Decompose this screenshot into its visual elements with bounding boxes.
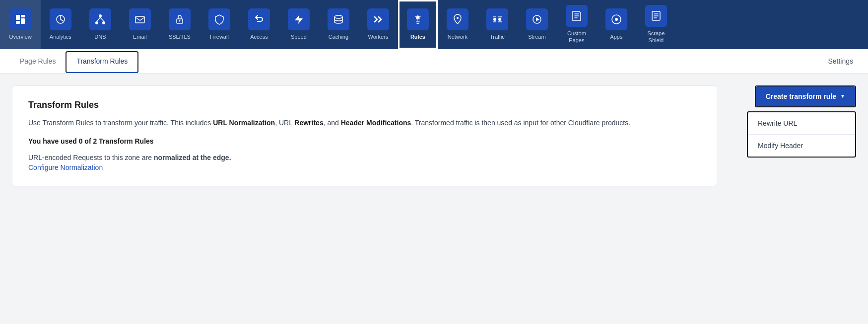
svg-rect-1 — [21, 15, 25, 17]
svg-point-20 — [615, 18, 618, 21]
nav-item-overview[interactable]: Overview — [0, 0, 41, 49]
svg-point-14 — [457, 17, 459, 19]
caching-icon — [328, 8, 349, 30]
transform-rules-card: Transform Rules Use Transform Rules to t… — [12, 85, 717, 187]
tab-page-rules[interactable]: Page Rules — [10, 49, 66, 73]
nav-label-network: Network — [448, 33, 467, 40]
nav-label-rules: Rules — [410, 33, 425, 40]
svg-rect-3 — [21, 18, 25, 24]
card-usage: You have used 0 of 2 Transform Rules — [28, 137, 701, 145]
traffic-icon — [486, 8, 508, 30]
tab-bar: Page Rules Transform Rules Settings — [0, 49, 868, 74]
custompages-icon — [566, 5, 588, 27]
workers-icon — [367, 8, 389, 30]
nav-item-apps[interactable]: Apps — [597, 0, 636, 49]
tab-bar-left: Page Rules Transform Rules — [10, 49, 138, 73]
nav-label-access: Access — [250, 33, 267, 40]
nav-label-email: Email — [133, 33, 147, 40]
nav-item-dns[interactable]: DNS — [80, 0, 120, 49]
nav-item-rules[interactable]: Rules — [398, 0, 438, 49]
nav-item-email[interactable]: Email — [120, 0, 160, 49]
main-content: Transform Rules Use Transform Rules to t… — [0, 74, 868, 199]
email-icon — [129, 8, 151, 30]
svg-point-15 — [493, 18, 496, 21]
ssl-icon — [169, 8, 191, 30]
tab-settings[interactable]: Settings — [823, 49, 858, 73]
apps-icon — [605, 8, 627, 30]
top-navigation: Overview Analytics DNS Email SSL/TLS Fir… — [0, 0, 868, 49]
rules-icon — [407, 8, 429, 30]
nav-label-scrapeshield: Scrape Shield — [647, 30, 665, 44]
analytics-icon — [50, 8, 71, 30]
dropdown-item-modify-header[interactable]: Modify Header — [748, 135, 855, 157]
nav-item-custompages[interactable]: Custom Pages — [557, 0, 597, 49]
svg-marker-12 — [295, 15, 303, 24]
overview-icon — [9, 8, 31, 30]
svg-line-7 — [97, 17, 100, 21]
nav-item-caching[interactable]: Caching — [319, 0, 358, 49]
nav-item-access[interactable]: Access — [239, 0, 279, 49]
svg-point-13 — [334, 15, 342, 18]
access-icon — [248, 8, 270, 30]
stream-icon — [526, 8, 548, 30]
nav-item-firewall[interactable]: Firewall — [200, 0, 239, 49]
nav-item-traffic[interactable]: Traffic — [477, 0, 517, 49]
create-btn-border-box: Create transform rule ▼ — [755, 85, 856, 107]
nav-label-firewall: Firewall — [210, 33, 229, 40]
nav-label-caching: Caching — [329, 33, 348, 40]
nav-item-workers[interactable]: Workers — [358, 0, 398, 49]
card-title: Transform Rules — [28, 100, 701, 110]
right-panel: Create transform rule ▼ Rewrite URL Modi… — [727, 85, 856, 158]
card-note: URL-encoded Requests to this zone are no… — [28, 152, 701, 163]
network-icon — [447, 8, 468, 30]
svg-line-8 — [100, 17, 104, 21]
svg-rect-2 — [16, 21, 20, 24]
nav-item-network[interactable]: Network — [438, 0, 477, 49]
create-transform-rule-button[interactable]: Create transform rule ▼ — [756, 86, 855, 106]
nav-label-speed: Speed — [291, 33, 307, 40]
svg-point-11 — [179, 20, 180, 22]
caret-down-icon: ▼ — [840, 93, 845, 99]
configure-normalization-link[interactable]: Configure Normalization — [28, 163, 103, 171]
create-transform-rule-label: Create transform rule — [766, 92, 836, 100]
nav-label-traffic: Traffic — [490, 33, 505, 40]
dns-icon — [89, 8, 111, 30]
svg-rect-0 — [16, 15, 20, 20]
nav-item-ssl[interactable]: SSL/TLS — [160, 0, 200, 49]
firewall-icon — [208, 8, 230, 30]
nav-label-ssl: SSL/TLS — [169, 33, 191, 40]
svg-point-16 — [498, 18, 501, 21]
nav-label-dns: DNS — [94, 33, 106, 40]
nav-item-speed[interactable]: Speed — [279, 0, 319, 49]
nav-item-analytics[interactable]: Analytics — [41, 0, 80, 49]
create-rule-dropdown: Rewrite URL Modify Header — [747, 111, 856, 158]
nav-label-workers: Workers — [368, 33, 389, 40]
scrapeshield-icon — [645, 5, 667, 27]
svg-marker-18 — [536, 17, 539, 21]
tab-transform-rules[interactable]: Transform Rules — [66, 51, 138, 73]
nav-label-custompages: Custom Pages — [567, 30, 586, 44]
nav-item-stream[interactable]: Stream — [517, 0, 557, 49]
nav-item-scrapeshield[interactable]: Scrape Shield — [636, 0, 676, 49]
nav-label-overview: Overview — [9, 33, 32, 40]
nav-label-stream: Stream — [528, 33, 545, 40]
speed-icon — [288, 8, 310, 30]
svg-point-5 — [95, 21, 98, 24]
svg-point-6 — [102, 21, 105, 24]
card-description: Use Transform Rules to transform your tr… — [28, 117, 701, 128]
nav-label-analytics: Analytics — [50, 33, 71, 40]
svg-point-4 — [99, 14, 102, 17]
nav-label-apps: Apps — [610, 33, 622, 40]
dropdown-item-rewrite-url[interactable]: Rewrite URL — [748, 112, 855, 135]
svg-rect-9 — [135, 16, 144, 23]
